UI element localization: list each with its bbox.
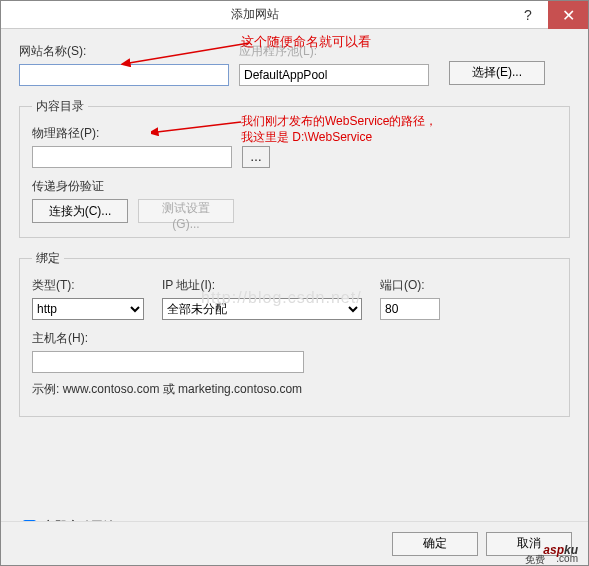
- ellipsis-icon: …: [250, 150, 262, 164]
- type-label: 类型(T):: [32, 277, 144, 294]
- app-pool-group: 应用程序池(L):: [239, 43, 439, 86]
- app-pool-label: 应用程序池(L):: [239, 43, 439, 60]
- type-select[interactable]: http: [32, 298, 144, 320]
- binding-row1: 类型(T): http IP 地址(I): 全部未分配 端口(O):: [32, 277, 557, 320]
- title-buttons: ? ✕: [508, 1, 588, 28]
- physical-path-input[interactable]: [32, 146, 232, 168]
- hostname-label: 主机名(H):: [32, 330, 557, 347]
- close-button[interactable]: ✕: [548, 1, 588, 29]
- dialog-window: 添加网站 ? ✕ 这个随便命名就可以看 网站名称(S): 应用程序池(L): 选…: [0, 0, 589, 566]
- window-title: 添加网站: [1, 6, 508, 23]
- type-group: 类型(T): http: [32, 277, 144, 320]
- site-name-group: 网站名称(S):: [19, 43, 229, 86]
- titlebar: 添加网站 ? ✕: [1, 1, 588, 29]
- auth-buttons-row: 连接为(C)... 测试设置(G)...: [32, 199, 557, 223]
- row-sitename-apppool: 网站名称(S): 应用程序池(L): 选择(E)...: [19, 43, 570, 86]
- port-input[interactable]: [380, 298, 440, 320]
- select-pool-group: 选择(E)...: [449, 45, 545, 85]
- site-name-input[interactable]: [19, 64, 229, 86]
- logo-sub: 免费网站源码下载站！: [525, 553, 544, 566]
- ok-button[interactable]: 确定: [392, 532, 478, 556]
- select-pool-button[interactable]: 选择(E)...: [449, 61, 545, 85]
- test-settings-button[interactable]: 测试设置(G)...: [138, 199, 234, 223]
- dialog-footer: 确定 取消: [1, 521, 588, 565]
- physical-path-row: …: [32, 146, 557, 168]
- hostname-example: 示例: www.contoso.com 或 marketing.contoso.…: [32, 381, 557, 398]
- hostname-input[interactable]: [32, 351, 304, 373]
- connect-as-button[interactable]: 连接为(C)...: [32, 199, 128, 223]
- pass-through-label: 传递身份验证: [32, 178, 557, 195]
- port-label: 端口(O):: [380, 277, 440, 294]
- port-group: 端口(O):: [380, 277, 440, 320]
- binding-legend: 绑定: [32, 250, 64, 267]
- ip-select[interactable]: 全部未分配: [162, 298, 362, 320]
- ip-label: IP 地址(I):: [162, 277, 362, 294]
- app-pool-input[interactable]: [239, 64, 429, 86]
- content-dir-legend: 内容目录: [32, 98, 88, 115]
- help-button[interactable]: ?: [508, 1, 548, 29]
- binding-fieldset: 绑定 类型(T): http IP 地址(I): 全部未分配 端口(O):: [19, 250, 570, 417]
- browse-path-button[interactable]: …: [242, 146, 270, 168]
- site-name-label: 网站名称(S):: [19, 43, 229, 60]
- aspku-logo: aspku 免费网站源码下载站！ .com: [543, 529, 578, 561]
- physical-path-label: 物理路径(P):: [32, 125, 557, 142]
- dialog-content: 这个随便命名就可以看 网站名称(S): 应用程序池(L): 选择(E)... 内…: [1, 29, 588, 546]
- content-dir-fieldset: 内容目录 我们刚才发布的WebService的路径， 我这里是 D:\WebSe…: [19, 98, 570, 238]
- logo-com: .com: [556, 553, 578, 564]
- ip-group: IP 地址(I): 全部未分配: [162, 277, 362, 320]
